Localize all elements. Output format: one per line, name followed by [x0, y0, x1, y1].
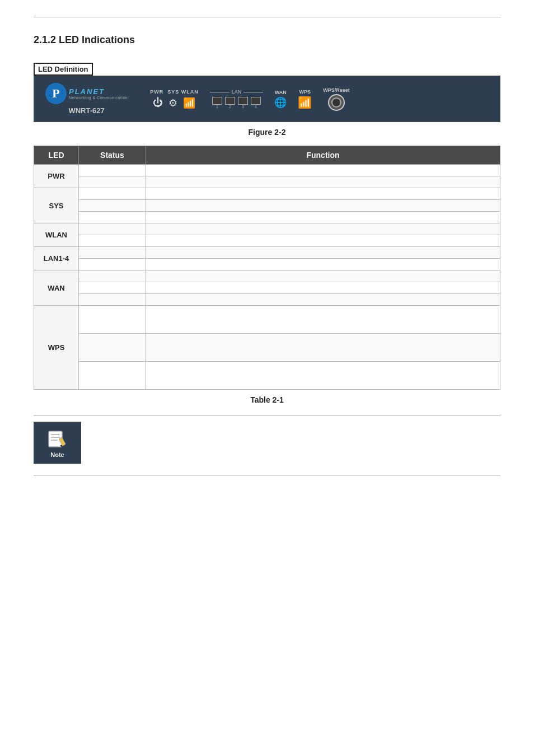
- status-cell: [79, 259, 146, 270]
- note-svg-icon: [46, 428, 69, 450]
- function-cell: [146, 306, 500, 334]
- status-cell: [79, 188, 146, 200]
- table-row: [34, 282, 500, 294]
- device-panel: P PLANET Networking & Communication WNRT…: [34, 76, 500, 122]
- table-row: [34, 200, 500, 212]
- port-icon-3: [238, 97, 248, 105]
- brand-sub: Networking & Communication: [69, 96, 128, 100]
- led-wan: WAN: [34, 270, 79, 306]
- function-cell: [146, 247, 500, 259]
- port-number-2: 2: [229, 105, 231, 109]
- table-row: [34, 362, 500, 390]
- wps-reset-label: WPS/Reset: [323, 87, 350, 93]
- port-number-1: 1: [216, 105, 218, 109]
- table-row: [34, 334, 500, 362]
- status-cell: [79, 294, 146, 306]
- lan-port-3: 3: [238, 97, 248, 109]
- page-content: 2.1.2 LED Indications LED Definition P P…: [0, 17, 534, 475]
- status-cell: [79, 223, 146, 235]
- pwr-sys-wlan-group: PWR SYS WLAN ⏻ ⚙ 📶: [150, 89, 199, 109]
- lan-ports: 1 2 3 4: [212, 97, 261, 109]
- note-icon: Note: [34, 422, 81, 464]
- table-row: [34, 235, 500, 247]
- led-definition-label: LED Definition: [34, 63, 93, 76]
- brand-logo: P PLANET Networking & Communication WNRT…: [45, 83, 128, 115]
- lan-line-right: [243, 92, 263, 92]
- table-row: PWR: [34, 165, 500, 176]
- pwr-sys-wlan-label: PWR SYS WLAN: [150, 89, 199, 95]
- figure-caption: Figure 2-2: [34, 128, 500, 137]
- status-cell: [79, 362, 146, 390]
- status-cell: [79, 306, 146, 334]
- power-icon: ⏻: [153, 97, 163, 109]
- table-row: [34, 294, 500, 306]
- lan-line-left: [210, 92, 229, 92]
- table-row: [34, 212, 500, 223]
- pwr-sys-wlan-icons: ⏻ ⚙ 📶: [153, 97, 195, 109]
- wan-group: WAN 🌐: [274, 90, 287, 109]
- lan-label-row: LAN: [210, 89, 264, 95]
- globe-icon: 🌐: [274, 96, 287, 109]
- status-cell: [79, 247, 146, 259]
- wps-wifi-icon: 📶: [298, 96, 312, 109]
- led-sys: SYS: [34, 188, 79, 223]
- table-row: [34, 259, 500, 270]
- function-cell: [146, 223, 500, 235]
- bottom-divider-top: [34, 416, 500, 416]
- table-header-row: LED Status Function: [34, 146, 500, 165]
- status-cell: [79, 165, 146, 176]
- led-pwr: PWR: [34, 165, 79, 188]
- bottom-divider-bottom: [34, 475, 500, 475]
- lan-port-4: 4: [251, 97, 261, 109]
- table-row: LAN1-4: [34, 247, 500, 259]
- status-cell: [79, 176, 146, 188]
- function-cell: [146, 235, 500, 247]
- table-row: WAN: [34, 270, 500, 282]
- brand-section: P PLANET Networking & Communication WNRT…: [45, 83, 128, 115]
- status-cell: [79, 270, 146, 282]
- logo-letter: P: [52, 86, 59, 101]
- function-cell: [146, 362, 500, 390]
- function-cell: [146, 200, 500, 212]
- lan-label: LAN: [232, 89, 242, 95]
- note-section: Note: [34, 422, 500, 464]
- lan-port-1: 1: [212, 97, 222, 109]
- reset-button: [328, 94, 345, 111]
- top-divider: [34, 17, 500, 17]
- wifi-icon: 📶: [183, 97, 195, 109]
- reset-inner: [331, 97, 341, 108]
- function-cell: [146, 282, 500, 294]
- wps-group: WPS 📶: [298, 89, 312, 109]
- led-table: LED Status Function PWR SYS: [34, 146, 500, 390]
- note-label: Note: [50, 451, 64, 458]
- function-cell: [146, 176, 500, 188]
- status-cell: [79, 282, 146, 294]
- status-cell: [79, 212, 146, 223]
- port-icon-4: [251, 97, 261, 105]
- col-header-status: Status: [79, 146, 146, 165]
- table-row: SYS: [34, 188, 500, 200]
- function-cell: [146, 259, 500, 270]
- logo-circle: P: [45, 83, 67, 104]
- status-cell: [79, 200, 146, 212]
- brand-text: PLANET Networking & Communication: [69, 87, 128, 100]
- gear-icon: ⚙: [168, 97, 177, 109]
- wps-reset-group: WPS/Reset: [323, 87, 350, 111]
- port-icon-1: [212, 97, 222, 105]
- model-name: WNRT-627: [68, 106, 104, 115]
- status-cell: [79, 334, 146, 362]
- port-number-3: 3: [242, 105, 244, 109]
- function-cell: [146, 188, 500, 200]
- brand-name: PLANET: [69, 87, 128, 96]
- table-row: WPS: [34, 306, 500, 334]
- col-header-led: LED: [34, 146, 79, 165]
- function-cell: [146, 165, 500, 176]
- function-cell: [146, 334, 500, 362]
- wan-label: WAN: [275, 90, 287, 95]
- col-header-function: Function: [146, 146, 500, 165]
- function-cell: [146, 270, 500, 282]
- led-wps: WPS: [34, 306, 79, 390]
- table-row: [34, 176, 500, 188]
- table-row: WLAN: [34, 223, 500, 235]
- led-wlan: WLAN: [34, 223, 79, 247]
